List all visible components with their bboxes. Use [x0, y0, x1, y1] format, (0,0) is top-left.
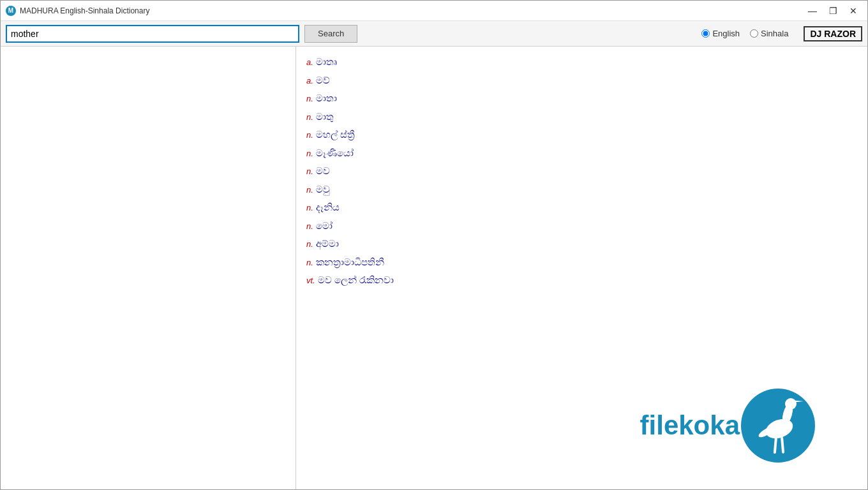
title-bar-controls: — ❐ ✕ — [804, 4, 862, 17]
def-type: n. — [306, 221, 313, 231]
def-text: මාතෘ — [316, 56, 337, 67]
language-radio-group: English Sinhala — [701, 29, 788, 38]
minimize-button[interactable]: — — [804, 4, 821, 17]
watermark: filekoka — [640, 387, 816, 464]
search-input[interactable] — [6, 25, 299, 43]
list-item: n. දෑනිය — [306, 198, 857, 217]
list-item: n. මහල් ස්ත්‍රී — [306, 126, 857, 144]
filekoka-bird-icon — [740, 387, 816, 464]
toolbar: Search English Sinhala DJ RAZOR — [1, 21, 867, 47]
def-type: n. — [306, 239, 313, 249]
def-text: මව — [316, 165, 330, 176]
def-text: මෑණියෝ — [316, 147, 354, 158]
def-type: n. — [306, 258, 313, 267]
list-item: n. මෝ — [306, 217, 857, 235]
def-text: මහල් ස්ත්‍රී — [316, 129, 355, 140]
list-item: vt. මව ලෙන් රැකිනවා — [306, 271, 857, 290]
sinhala-radio[interactable] — [750, 29, 758, 38]
sinhala-radio-label[interactable]: Sinhala — [750, 29, 788, 38]
def-text: කනත්‍රාමාධිපතිනී — [316, 256, 384, 267]
def-type: n. — [306, 203, 313, 212]
svg-point-3 — [785, 398, 797, 410]
list-item: n. මාතා — [306, 89, 857, 108]
def-type: n. — [306, 112, 313, 122]
content-area: a. මාතෘa. මව්n. මාතාn. මාතුn. මහල් ස්ත්‍… — [1, 47, 867, 489]
english-radio[interactable] — [701, 29, 710, 38]
def-type: vt. — [306, 276, 315, 285]
app-icon: M — [6, 6, 16, 16]
maximize-button[interactable]: ❐ — [824, 4, 842, 17]
list-item: a. මව් — [306, 71, 857, 90]
def-type: n. — [306, 130, 313, 140]
def-text: මාතු — [316, 111, 334, 122]
def-type: n. — [306, 94, 313, 103]
definition-list: a. මාතෘa. මව්n. මාතාn. මාතුn. මහල් ස්ත්‍… — [306, 53, 857, 290]
def-text: මව් — [316, 75, 330, 85]
list-item: n. මවු — [306, 181, 857, 199]
english-radio-label[interactable]: English — [701, 29, 740, 38]
def-text: මෝ — [316, 220, 333, 231]
def-text: අම්මා — [316, 238, 339, 249]
def-text: මාතා — [316, 93, 337, 103]
def-type: n. — [306, 149, 313, 158]
list-item: n. කනත්‍රාමාධිපතිනී — [306, 253, 857, 272]
def-text: මවු — [316, 184, 330, 195]
list-item: n. අම්මා — [306, 235, 857, 253]
left-panel — [1, 47, 296, 489]
close-button[interactable]: ✕ — [844, 4, 862, 17]
def-type: n. — [306, 167, 313, 176]
def-text: මව ලෙන් රැකිනවා — [318, 274, 394, 285]
title-bar-left: M MADHURA English-Sinhala Dictionary — [6, 6, 149, 16]
list-item: n. මව — [306, 162, 857, 181]
list-item: n. මෑණියෝ — [306, 144, 857, 163]
dj-razor-label: DJ RAZOR — [804, 26, 862, 41]
window-title: MADHURA English-Sinhala Dictionary — [20, 6, 149, 15]
search-button[interactable]: Search — [304, 25, 357, 43]
right-panel: a. මාතෘa. මව්n. මාතාn. මාතුn. මහල් ස්ත්‍… — [296, 47, 867, 489]
title-bar: M MADHURA English-Sinhala Dictionary — ❐… — [1, 1, 867, 21]
filekoka-text: filekoka — [640, 410, 740, 441]
def-type: n. — [306, 185, 313, 195]
def-type: a. — [306, 76, 313, 85]
main-window: M MADHURA English-Sinhala Dictionary — ❐… — [0, 0, 868, 490]
def-text: දෑනිය — [316, 202, 340, 212]
def-type: a. — [306, 57, 313, 67]
list-item: a. මාතෘ — [306, 53, 857, 71]
list-item: n. මාතු — [306, 108, 857, 126]
